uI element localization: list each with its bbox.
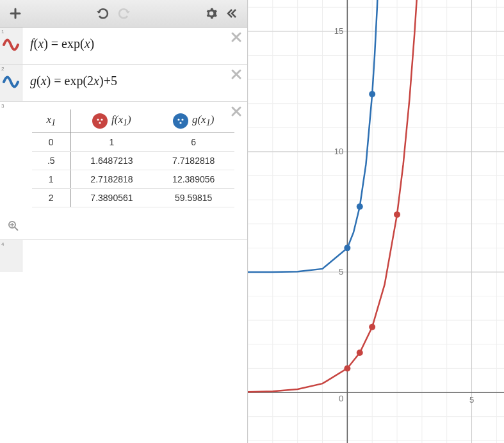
function-color-icon[interactable]: [3, 36, 19, 56]
cell-g[interactable]: 59.59815: [152, 189, 234, 207]
table-row[interactable]: 2 7.3890561 59.59815: [32, 189, 234, 207]
toolbar: [0, 0, 247, 28]
cell-x[interactable]: .5: [32, 152, 70, 170]
expression-input[interactable]: g(x) = exp(2x)+5: [22, 65, 247, 101]
table-row-container[interactable]: 3 x1 f(x1): [0, 102, 247, 240]
svg-point-5: [179, 122, 181, 124]
curve[interactable]: [248, 0, 377, 272]
table-body: 0 1 6.5 1.6487213 7.71828181 2.7182818 1…: [32, 133, 234, 207]
empty-expression-row[interactable]: 4: [0, 240, 247, 272]
axis-tick-label: 10: [334, 147, 343, 156]
cell-f[interactable]: 1: [70, 133, 152, 152]
axis-tick-label: 15: [334, 26, 343, 36]
zoom-fit-icon: [8, 220, 19, 232]
table-row[interactable]: .5 1.6487213 7.7182818: [32, 152, 234, 170]
gear-icon: [205, 7, 218, 20]
graph-canvas[interactable]: 5101505: [248, 0, 504, 443]
delete-expression-button[interactable]: [231, 68, 242, 83]
axis-tick-label: 5: [469, 395, 474, 405]
cell-x[interactable]: 1: [32, 170, 70, 189]
table-header-x[interactable]: x1: [32, 109, 70, 133]
cell-g[interactable]: 6: [152, 133, 234, 152]
svg-point-3: [177, 118, 179, 120]
expression-panel: 1 f(x) = exp(x) 2 g(x) = exp(2x)+5: [0, 0, 248, 443]
svg-point-4: [181, 118, 183, 120]
close-icon: [231, 68, 242, 80]
expression-index: 4: [1, 241, 4, 247]
close-icon: [231, 106, 242, 117]
cell-x[interactable]: 0: [32, 133, 70, 152]
redo-button[interactable]: [113, 3, 134, 24]
data-point[interactable]: [394, 211, 400, 218]
svg-point-2: [99, 122, 101, 124]
expression-index: 3: [1, 103, 4, 109]
table-header-f[interactable]: f(x1): [70, 109, 152, 133]
expression-row[interactable]: 1 f(x) = exp(x): [0, 28, 247, 65]
expression-icon-cell[interactable]: 1: [0, 28, 22, 64]
graph-area[interactable]: 5101505: [248, 0, 504, 443]
cell-f[interactable]: 2.7182818: [70, 170, 152, 189]
expression-list: 1 f(x) = exp(x) 2 g(x) = exp(2x)+5: [0, 28, 247, 443]
axis-tick-label: 5: [339, 267, 343, 277]
series-dots-icon[interactable]: [173, 113, 188, 129]
redo-icon: [117, 8, 131, 19]
cell-g[interactable]: 7.7182818: [152, 152, 234, 170]
cell-f[interactable]: 1.6487213: [70, 152, 152, 170]
table-row[interactable]: 1 2.7182818 12.389056: [32, 170, 234, 189]
undo-button[interactable]: [93, 3, 113, 24]
table-row[interactable]: 0 1 6: [32, 133, 234, 152]
expression-index: 2: [1, 66, 4, 72]
table-header-g[interactable]: g(x1): [152, 109, 234, 133]
curve[interactable]: [248, 0, 417, 392]
data-point[interactable]: [369, 91, 375, 97]
undo-icon: [96, 8, 110, 19]
data-point[interactable]: [357, 350, 363, 356]
zoom-fit-button[interactable]: [3, 215, 247, 239]
settings-button[interactable]: [201, 3, 222, 24]
chevron-double-left-icon: [225, 7, 238, 20]
data-point[interactable]: [344, 365, 350, 371]
cell-f[interactable]: 7.3890561: [70, 189, 152, 207]
data-point[interactable]: [357, 204, 363, 210]
data-point[interactable]: [369, 324, 375, 330]
expression-icon-cell[interactable]: 2: [0, 65, 22, 101]
series-dots-icon[interactable]: [92, 113, 108, 129]
data-table[interactable]: x1 f(x1) g(x1): [32, 109, 234, 207]
close-icon: [231, 31, 242, 43]
function-color-icon[interactable]: [3, 74, 19, 93]
plus-icon: [10, 8, 21, 19]
svg-point-1: [101, 118, 102, 120]
add-expression-button[interactable]: [5, 3, 26, 24]
cell-g[interactable]: 12.389056: [152, 170, 234, 189]
cell-x[interactable]: 2: [32, 189, 70, 207]
svg-point-0: [97, 118, 99, 120]
data-point[interactable]: [344, 245, 350, 251]
expression-index: 1: [1, 29, 4, 35]
collapse-panel-button[interactable]: [222, 3, 242, 24]
delete-table-button[interactable]: [231, 106, 242, 120]
expression-row[interactable]: 2 g(x) = exp(2x)+5: [0, 65, 247, 102]
delete-expression-button[interactable]: [231, 31, 242, 45]
expression-input[interactable]: f(x) = exp(x): [22, 28, 247, 64]
axis-tick-label: 0: [339, 394, 343, 403]
